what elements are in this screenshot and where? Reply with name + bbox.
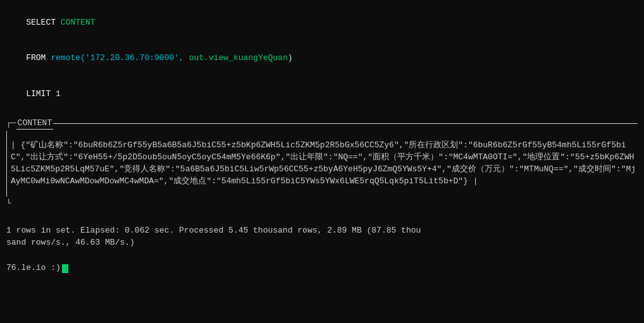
terminal: SELECT CONTENT FROM remote('172.20.36.70… (6, 5, 638, 323)
limit-value: 1 (56, 89, 61, 99)
sql-line-2: FROM remote('172.20.36.70:9000', out.vie… (6, 41, 638, 77)
result-line-2: sand rows/s., 46.63 MB/s.) (6, 237, 638, 249)
empty-spacer (6, 211, 638, 220)
select-keyword: SELECT (26, 18, 61, 27)
content-keyword: CONTENT (61, 18, 96, 27)
cursor-block (62, 264, 68, 273)
remote-function: remote('172.20.36.70:9000', (51, 53, 189, 63)
prompt-line: 76.le.io :) (6, 262, 638, 274)
prompt-text: 76.le.io :) (6, 262, 61, 274)
sql-line-3: LIMIT 1 (6, 76, 638, 113)
section-footer: └ (6, 198, 638, 210)
result-line-1: 1 rows in set. Elapsed: 0.062 sec. Proce… (6, 225, 638, 237)
section-header: CONTENT (6, 118, 638, 130)
section-label: CONTENT (16, 118, 54, 130)
empty-row-top (11, 131, 638, 140)
limit-keyword: LIMIT (26, 89, 56, 99)
view-name: out.view_kuangYeQuan (189, 53, 288, 63)
sql-line-1: SELECT CONTENT (6, 5, 638, 41)
content-block: | {"矿山名称":"6buR6b6Z5rGf55yB5a6B5a6J5biC5… (6, 131, 638, 196)
empty-before-prompt (6, 248, 638, 257)
paren-close: ) (288, 53, 293, 63)
empty-row-bottom (11, 188, 638, 197)
from-keyword: FROM (26, 53, 51, 63)
content-data-row: | {"矿山名称":"6buR6b6Z5rGf55yB5a6B5a6J5biC5… (11, 140, 638, 187)
